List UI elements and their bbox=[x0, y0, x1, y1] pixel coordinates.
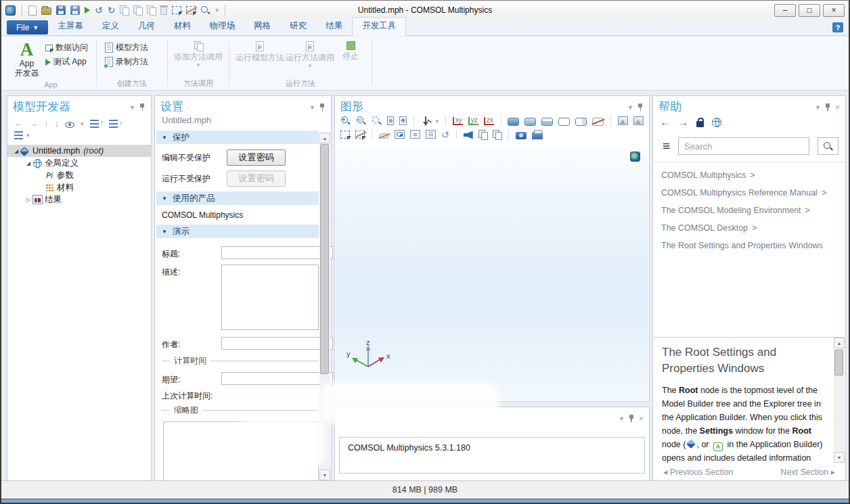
panel-menu-caret-icon[interactable]: ▼ bbox=[619, 415, 625, 422]
ribbon-help-button[interactable]: ? bbox=[832, 22, 843, 32]
transparency-icon[interactable] bbox=[575, 118, 587, 126]
wireframe-rendering-icon[interactable] bbox=[558, 118, 570, 126]
scroll-down-button[interactable]: ▼ bbox=[319, 469, 330, 480]
tab-study[interactable]: 研究 bbox=[280, 18, 316, 35]
scene-light-icon[interactable] bbox=[508, 118, 519, 126]
hide-selected-icon[interactable]: ⧅ bbox=[410, 130, 420, 139]
run-method-call-button[interactable]: 运行方法调用 ▼ bbox=[285, 39, 335, 68]
pin-icon[interactable] bbox=[638, 103, 644, 112]
tree-row-global-definitions[interactable]: ◢ 全局定义 bbox=[7, 157, 151, 169]
help-menu-icon[interactable]: ≡ bbox=[663, 140, 670, 152]
scroll-up-button[interactable]: ▲ bbox=[319, 133, 330, 143]
view-orientation-icon[interactable] bbox=[421, 116, 430, 126]
expander-icon[interactable]: ◢ bbox=[13, 148, 20, 154]
zoom-out-icon[interactable]: − bbox=[356, 116, 366, 126]
help-link-modeling-environment[interactable]: The COMSOL Modeling Environment > bbox=[656, 202, 843, 219]
zoom-selected-icon[interactable]: ⊕ bbox=[387, 116, 394, 125]
zx-view-icon[interactable]: zx bbox=[484, 117, 494, 125]
zoom-select-icon[interactable] bbox=[200, 5, 210, 16]
minimize-button[interactable]: – bbox=[774, 4, 796, 17]
help-search-button[interactable] bbox=[818, 137, 838, 155]
record-method-button[interactable]: 录制方法 bbox=[102, 55, 151, 68]
expander-icon[interactable]: ▷ bbox=[25, 197, 32, 203]
section-header-protection[interactable]: ▼ 保护 bbox=[156, 131, 319, 144]
scroll-up-button[interactable]: ▲ bbox=[834, 338, 845, 348]
tab-geometry[interactable]: 几何 bbox=[129, 18, 164, 35]
section-header-presentation[interactable]: ▼ 演示 bbox=[156, 225, 319, 238]
tree-row-results[interactable]: ▷ 结果 bbox=[7, 193, 151, 206]
help-scrollbar[interactable]: ▲ ▼ bbox=[834, 338, 845, 463]
panel-menu-caret-icon[interactable]: ▼ bbox=[815, 104, 821, 111]
xy-view-icon[interactable]: xy bbox=[453, 117, 463, 125]
panel-menu-caret-icon[interactable]: ▼ bbox=[129, 104, 135, 111]
help-search-input[interactable] bbox=[678, 137, 809, 155]
model-method-button[interactable]: 模型方法 bbox=[102, 41, 151, 54]
author-input[interactable] bbox=[221, 337, 333, 350]
scroll-down-button[interactable]: ▼ bbox=[834, 452, 845, 463]
run-model-method-button[interactable]: 运行模型方法 bbox=[235, 39, 285, 64]
pin-icon[interactable] bbox=[629, 414, 635, 423]
copy-icon[interactable] bbox=[120, 5, 129, 15]
snapshot-icon[interactable] bbox=[516, 132, 527, 139]
title-input[interactable] bbox=[221, 246, 333, 259]
tree-row-materials[interactable]: 材料 bbox=[7, 181, 151, 193]
pin-icon[interactable] bbox=[825, 103, 831, 112]
pin-icon[interactable] bbox=[139, 103, 146, 112]
settings-scrollbar[interactable]: ▲ ▼ bbox=[319, 133, 330, 480]
collapse-all-icon[interactable] bbox=[90, 120, 99, 128]
tab-materials[interactable]: 材料 bbox=[164, 18, 200, 35]
model-tree-options-icon[interactable] bbox=[14, 131, 23, 139]
back-icon[interactable]: ← bbox=[14, 118, 23, 129]
show-icon[interactable] bbox=[65, 122, 74, 128]
new-file-icon[interactable] bbox=[28, 5, 37, 16]
online-help-icon[interactable] bbox=[712, 118, 721, 127]
open-file-icon[interactable] bbox=[41, 7, 51, 15]
save-icon[interactable] bbox=[56, 5, 66, 15]
help-link-reference-manual[interactable]: COMSOL Multiphysics Reference Manual > bbox=[656, 184, 843, 202]
help-link-root-settings[interactable]: The Root Settings and Properties Windows bbox=[656, 237, 843, 254]
close-panel-icon[interactable]: × bbox=[639, 415, 644, 422]
graphics-canvas[interactable]: z y x bbox=[336, 146, 648, 400]
scroll-thumb[interactable] bbox=[320, 144, 329, 374]
expected-time-input[interactable] bbox=[221, 372, 333, 385]
zoom-in-icon[interactable]: + bbox=[340, 116, 351, 126]
copy-graphics-icon[interactable] bbox=[478, 130, 487, 139]
hide-objects-icon[interactable] bbox=[379, 133, 389, 139]
deselect-box-icon[interactable] bbox=[186, 6, 196, 14]
redo-icon[interactable]: ↻ bbox=[108, 5, 116, 15]
duplicate-icon[interactable] bbox=[147, 5, 156, 15]
delete-icon[interactable] bbox=[160, 7, 167, 15]
file-menu-button[interactable]: File ▼ bbox=[7, 20, 48, 35]
tree-row-root[interactable]: ◢ Untitled.mph (root) bbox=[7, 145, 151, 157]
run-icon[interactable] bbox=[85, 7, 90, 14]
close-button[interactable]: × bbox=[823, 4, 845, 17]
select-box-icon[interactable] bbox=[172, 6, 181, 14]
tab-definitions[interactable]: 定义 bbox=[93, 18, 129, 35]
app-logo-icon[interactable] bbox=[5, 5, 16, 16]
select-box-icon[interactable] bbox=[340, 131, 350, 139]
move-down-icon[interactable]: ↓ bbox=[55, 118, 60, 129]
model-tree-options-caret-icon[interactable]: ▾ bbox=[26, 132, 30, 139]
set-password-run-button[interactable]: 设置密码 bbox=[227, 170, 286, 187]
tab-developer-tools[interactable]: 开发工具 bbox=[352, 17, 406, 36]
test-app-button[interactable]: 测试 App bbox=[43, 55, 91, 68]
paste-icon[interactable] bbox=[133, 5, 142, 15]
close-panel-icon[interactable]: × bbox=[835, 104, 840, 111]
next-section-link[interactable]: Next Section ▸ bbox=[780, 467, 835, 477]
graphics-popout-icon[interactable] bbox=[630, 152, 640, 162]
no-environment-icon[interactable] bbox=[592, 118, 604, 126]
tree-row-parameters[interactable]: Pi 参数 bbox=[7, 169, 151, 181]
data-access-button[interactable]: 数据访问 bbox=[43, 41, 91, 54]
help-forward-icon[interactable]: → bbox=[678, 116, 688, 128]
expand-all-icon[interactable] bbox=[109, 120, 118, 128]
view-orientation-caret-icon[interactable]: ▾ bbox=[436, 118, 439, 124]
panel-menu-caret-icon[interactable]: ▼ bbox=[627, 104, 633, 111]
environment-reflection-icon[interactable] bbox=[524, 118, 536, 126]
move-up-icon[interactable]: ↑ bbox=[44, 118, 49, 129]
section-header-products[interactable]: ▼ 使用的产品 bbox=[156, 191, 319, 205]
show-caret-icon[interactable]: ▾ bbox=[81, 120, 84, 127]
yz-view-icon[interactable]: yz bbox=[468, 117, 478, 125]
deselect-box-icon[interactable] bbox=[355, 131, 365, 139]
scene-image-export-icon[interactable] bbox=[633, 116, 644, 125]
tab-mesh[interactable]: 网格 bbox=[244, 18, 280, 35]
